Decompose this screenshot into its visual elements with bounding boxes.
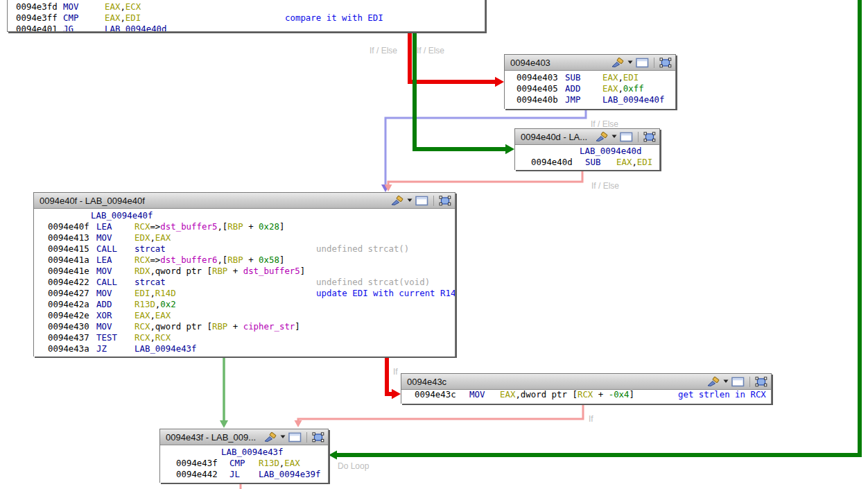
address-field: 0094e437 — [48, 332, 89, 343]
popup-window-icon[interactable] — [415, 196, 428, 206]
code-line-0094e403[interactable]: 0094e403SUBEAX,EDI — [505, 72, 675, 83]
operands-field: LAB_0094e40f — [602, 94, 665, 105]
flow-edge-cond-0094e40f-to-0094e43c — [387, 357, 392, 394]
code-label: LAB_0094e40d — [580, 146, 642, 156]
code-line-0094e442[interactable]: 0094e442JLLAB_0094e39f — [160, 469, 328, 480]
code-line-0094e43f[interactable]: 0094e43fCMPR13D,EAX — [160, 458, 328, 469]
operand-token-pln: ] — [279, 221, 284, 232]
graph-node-0094e40f[interactable]: 0094e40f - LAB_0094e40fLAB_0094e40f0094e… — [33, 192, 455, 357]
operand-token-reg: RDX — [134, 266, 150, 276]
code-line-0094e41a[interactable]: 0094e41aLEARCX=>dst_buffer6,[RBP + 0x58] — [34, 255, 455, 266]
address-field: 0094e442 — [176, 469, 218, 479]
operand-token-pln: + — [227, 321, 243, 332]
background-color-icon[interactable] — [611, 58, 625, 68]
mnemonic-field: MOV — [469, 390, 485, 400]
code-line-0094e42e[interactable]: 0094e42eXOREAX,EAX — [34, 310, 455, 321]
group-selection-icon[interactable] — [755, 377, 767, 387]
code-label-line[interactable]: LAB_0094e43f — [160, 447, 328, 458]
graph-node-header[interactable]: 0094e40d - LA... — [515, 129, 659, 145]
code-line-0094e40b[interactable]: 0094e40bJMPLAB_0094e40f — [505, 94, 675, 105]
operand-token-lab: LAB_0094e39f — [259, 469, 321, 479]
graph-node-title: 0094e43f - LAB_009... — [166, 432, 264, 443]
dropdown-caret-icon[interactable] — [627, 60, 633, 65]
code-label-line[interactable]: LAB_0094e40d — [515, 146, 659, 157]
operand-token-reg: R13D — [134, 299, 155, 309]
code-line-0094e3fd[interactable]: 0094e3fdMOVEAX,ECX — [8, 1, 485, 12]
operand-token-reg: EAX — [134, 310, 150, 320]
operands-field: R13D,EAX — [259, 458, 300, 468]
mnemonic-field: CMP — [229, 458, 245, 468]
background-color-icon[interactable] — [707, 377, 720, 387]
mnemonic-field: JMP — [565, 94, 580, 105]
code-line-0094e430[interactable]: 0094e430MOVRCX,qword ptr [RBP + cipher_s… — [34, 321, 455, 332]
address-field: 0094e413 — [48, 232, 89, 243]
dropdown-caret-icon[interactable] — [611, 135, 617, 139]
flow-edge-fall-0094e40d-to-0094e40f — [388, 170, 582, 185]
background-color-icon[interactable] — [596, 132, 609, 142]
operand-token-reg: EAX — [602, 83, 618, 94]
flow-edge-arrowhead-cond-false-top-to-0094e403 — [495, 77, 504, 87]
graph-node-0094e40d[interactable]: 0094e40d - LA...LAB_0094e40d0094e40dSUBE… — [514, 128, 660, 170]
group-selection-icon[interactable] — [312, 432, 324, 443]
popup-window-icon[interactable] — [288, 432, 302, 443]
graph-node-header[interactable]: 0094e40f - LAB_0094e40f — [34, 193, 455, 209]
operand-token-lab: strcat — [134, 277, 166, 287]
background-color-icon[interactable] — [264, 432, 277, 443]
graph-node-header[interactable]: 0094e403 — [505, 55, 675, 71]
flow-edge-arrowhead-incoming-right-to-0094e43f — [329, 450, 337, 459]
graph-node-0094e43f[interactable]: 0094e43f - LAB_009...LAB_0094e43f0094e43… — [159, 429, 329, 483]
graph-node-header[interactable]: 0094e43c — [401, 374, 771, 390]
operands-field: EAX,ECX — [105, 1, 141, 12]
code-label-line[interactable]: LAB_0094e40f — [34, 210, 455, 221]
background-color-icon[interactable] — [391, 196, 404, 206]
graph-node-0094e3fd[interactable]: 0094e3fdMOVEAX,ECX0094e3ffCMPEAX,EDIcomp… — [7, 0, 485, 32]
code-line-0094e43c[interactable]: 0094e43cMOVEAX,dword ptr [RCX + -0x4]get… — [401, 390, 771, 400]
operands-field: LAB_0094e40d — [105, 24, 167, 31]
graph-node-header[interactable]: 0094e43f - LAB_009... — [160, 429, 328, 445]
code-line-0094e415[interactable]: 0094e415CALLstrcatundefined strcat() — [34, 243, 455, 255]
code-line-0094e42a[interactable]: 0094e42aADDR13D,0x2 — [34, 299, 455, 310]
eol-comment-auto: undefined strcat(void) — [316, 277, 430, 287]
code-line-0094e43a[interactable]: 0094e43aJZLAB_0094e43f — [34, 343, 455, 354]
graph-node-body: 0094e403SUBEAX,EDI0094e405ADDEAX,0xff009… — [505, 71, 675, 109]
graph-node-0094e43c[interactable]: 0094e43c0094e43cMOVEAX,dword ptr [RCX + … — [401, 373, 772, 404]
operands-field: EAX,EAX — [134, 310, 171, 320]
toolbar-separator — [306, 432, 307, 443]
group-selection-icon[interactable] — [659, 58, 672, 68]
mnemonic-field: TEST — [96, 332, 117, 343]
group-selection-icon[interactable] — [643, 132, 656, 142]
code-line-0094e3ff[interactable]: 0094e3ffCMPEAX,EDIcompare it with EDI — [8, 12, 485, 24]
dropdown-caret-icon[interactable] — [407, 198, 413, 203]
operand-token-num: 0x28 — [259, 221, 279, 232]
mnemonic-field: SUB — [585, 157, 600, 167]
dropdown-caret-icon[interactable] — [280, 435, 286, 439]
code-line-0094e413[interactable]: 0094e413MOVEDX,EAX — [34, 232, 455, 243]
code-line-0094e40d[interactable]: 0094e40dSUBEAX,EDI — [515, 157, 659, 168]
dropdown-caret-icon[interactable] — [723, 379, 729, 384]
operand-token-pln: ,[ — [217, 255, 227, 265]
address-field: 0094e415 — [48, 243, 89, 254]
operands-field: EAX,dword ptr [RCX + -0x4] — [500, 390, 634, 400]
operand-token-reg: EDX — [134, 232, 150, 243]
code-line-0094e401[interactable]: 0094e401JGLAB_0094e40d — [8, 24, 485, 31]
popup-window-icon[interactable] — [636, 58, 649, 68]
code-line-0094e427[interactable]: 0094e427MOVEDI,R14Dupdate EDI with curre… — [34, 288, 455, 299]
popup-window-icon[interactable] — [620, 132, 633, 142]
code-line-0094e40f[interactable]: 0094e40fLEARCX=>dst_buffer5,[RBP + 0x28] — [34, 221, 455, 232]
operand-token-pln: , — [150, 321, 155, 332]
code-line-0094e41e[interactable]: 0094e41eMOVRDX,qword ptr [RBP + dst_buff… — [34, 266, 455, 277]
operands-field: RCX,qword ptr [RBP + cipher_str] — [134, 321, 300, 332]
graph-node-0094e403[interactable]: 0094e4030094e403SUBEAX,EDI0094e405ADDEAX… — [504, 54, 676, 109]
eol-comment-user: get strlen in RCX — [678, 390, 766, 400]
operand-token-reg: R14D — [155, 288, 176, 298]
code-line-0094e405[interactable]: 0094e405ADDEAX,0xff — [505, 83, 675, 94]
operand-token-reg: RCX — [134, 321, 150, 332]
operand-token-reg: EDI — [637, 157, 652, 167]
code-line-0094e437[interactable]: 0094e437TESTRCX,RCX — [34, 332, 455, 343]
group-selection-icon[interactable] — [439, 196, 451, 206]
code-line-0094e422[interactable]: 0094e422CALLstrcatundefined strcat(void) — [34, 277, 455, 288]
operand-token-pln: , — [150, 232, 155, 243]
address-field: 0094e40b — [517, 94, 558, 105]
address-field: 0094e427 — [48, 288, 89, 298]
popup-window-icon[interactable] — [731, 377, 745, 387]
